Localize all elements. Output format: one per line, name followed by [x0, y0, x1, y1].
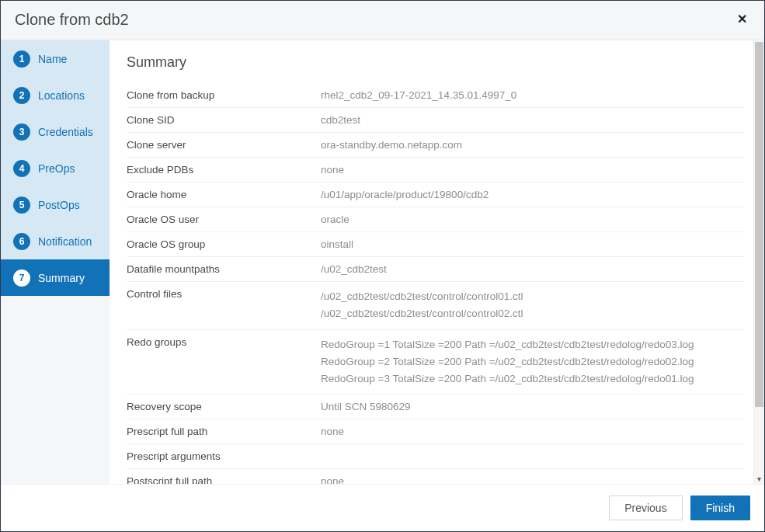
row-oracle-os-user: Oracle OS user oracle	[127, 207, 744, 232]
dialog-title: Clone from cdb2	[15, 11, 129, 29]
step-summary[interactable]: 7 Summary	[1, 259, 110, 296]
summary-label: Exclude PDBs	[127, 164, 321, 176]
step-number: 3	[13, 123, 30, 141]
summary-label: Postscript full path	[127, 475, 321, 484]
summary-label: Prescript full path	[127, 426, 321, 437]
step-label: Name	[38, 53, 67, 65]
step-notification[interactable]: 6 Notification	[1, 223, 110, 259]
step-number: 4	[13, 160, 30, 177]
summary-content: Summary Clone from backup rhel2_cdb2_09-…	[110, 40, 753, 484]
row-oracle-home: Oracle home /u01/app/oracle/product/1980…	[127, 183, 744, 207]
step-label: Credentials	[38, 126, 93, 138]
row-prescript-full-path: Prescript full path none	[127, 419, 744, 444]
step-name[interactable]: 1 Name	[1, 40, 110, 77]
content-wrapper: Summary Clone from backup rhel2_cdb2_09-…	[110, 40, 764, 484]
row-recovery-scope: Recovery scope Until SCN 5980629	[127, 395, 744, 419]
dialog-header: Clone from cdb2 ✕	[1, 1, 764, 40]
summary-value: oinstall	[321, 238, 744, 250]
summary-label: Clone from backup	[127, 89, 321, 101]
summary-label: Datafile mountpaths	[127, 263, 321, 275]
summary-label: Oracle OS user	[127, 214, 321, 225]
summary-value: /u02_cdb2test/cdb2test/control/control01…	[321, 288, 744, 323]
step-credentials[interactable]: 3 Credentials	[1, 113, 110, 150]
previous-button[interactable]: Previous	[609, 495, 682, 520]
summary-label: Clone SID	[127, 114, 321, 126]
step-label: PreOps	[38, 162, 75, 175]
summary-label: Oracle OS group	[127, 238, 321, 250]
summary-value: oracle	[321, 214, 744, 225]
summary-label: Oracle home	[127, 189, 321, 200]
content-heading: Summary	[127, 54, 744, 71]
step-label: Notification	[38, 235, 92, 248]
summary-value: ora-standby.demo.netapp.com	[321, 139, 744, 151]
row-clone-from-backup: Clone from backup rhel2_cdb2_09-17-2021_…	[127, 83, 744, 108]
step-preops[interactable]: 4 PreOps	[1, 150, 110, 186]
row-redo-groups: Redo groups RedoGroup =1 TotalSize =200 …	[127, 330, 744, 395]
summary-value: none	[321, 164, 744, 176]
summary-value: /u01/app/oracle/product/19800/cdb2	[321, 189, 744, 200]
dialog-footer: Previous Finish	[1, 484, 764, 531]
scrollbar[interactable]: ▾	[753, 40, 764, 484]
row-clone-server: Clone server ora-standby.demo.netapp.com	[127, 133, 744, 158]
dialog-body: 1 Name 2 Locations 3 Credentials 4 PreOp…	[1, 40, 764, 484]
step-number: 5	[13, 196, 30, 214]
wizard-sidebar: 1 Name 2 Locations 3 Credentials 4 PreOp…	[1, 40, 110, 484]
summary-value: cdb2test	[321, 114, 744, 126]
step-label: PostOps	[38, 199, 80, 211]
clone-wizard-dialog: Clone from cdb2 ✕ 1 Name 2 Locations 3 C…	[1, 1, 764, 531]
step-number: 6	[13, 233, 30, 250]
step-number: 1	[13, 50, 30, 68]
summary-value: /u02_cdb2test	[321, 263, 744, 275]
summary-label: Clone server	[127, 139, 321, 151]
summary-label: Prescript arguments	[127, 450, 321, 462]
finish-button[interactable]: Finish	[690, 495, 750, 520]
row-oracle-os-group: Oracle OS group oinstall	[127, 232, 744, 257]
step-locations[interactable]: 2 Locations	[1, 77, 110, 113]
row-control-files: Control files /u02_cdb2test/cdb2test/con…	[127, 282, 744, 330]
summary-value: none	[321, 475, 744, 484]
step-label: Locations	[38, 89, 85, 102]
step-label: Summary	[38, 272, 85, 284]
step-postops[interactable]: 5 PostOps	[1, 186, 110, 223]
scrollbar-thumb[interactable]	[755, 42, 763, 407]
row-prescript-arguments: Prescript arguments	[127, 444, 744, 469]
summary-label: Recovery scope	[127, 401, 321, 412]
scrollbar-down-icon[interactable]: ▾	[754, 473, 764, 484]
step-number: 7	[13, 269, 30, 287]
row-datafile-mountpaths: Datafile mountpaths /u02_cdb2test	[127, 257, 744, 282]
step-number: 2	[13, 87, 30, 104]
summary-value: none	[321, 426, 744, 437]
close-icon[interactable]: ✕	[734, 10, 750, 29]
row-exclude-pdbs: Exclude PDBs none	[127, 158, 744, 183]
summary-label: Control files	[127, 288, 321, 300]
summary-value: RedoGroup =1 TotalSize =200 Path =/u02_c…	[321, 336, 744, 388]
row-postscript-full-path: Postscript full path none	[127, 469, 744, 484]
summary-value: rhel2_cdb2_09-17-2021_14.35.01.4997_0	[321, 89, 744, 101]
summary-label: Redo groups	[127, 336, 321, 348]
summary-value: Until SCN 5980629	[321, 401, 744, 412]
row-clone-sid: Clone SID cdb2test	[127, 108, 744, 133]
